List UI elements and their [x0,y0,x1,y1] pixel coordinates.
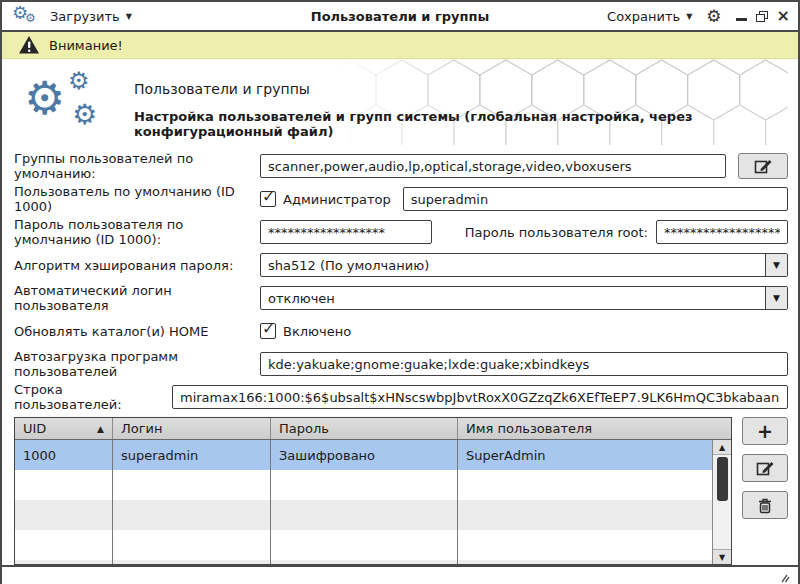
trash-icon [757,497,773,514]
autostart-label: Автозагрузка программ пользователей [14,349,260,379]
table-action-buttons: + [732,417,788,565]
scrollbar-thumb[interactable] [717,457,728,501]
settings-button[interactable]: ⚙ [706,8,721,25]
table-header: UID ▲ Логин Пароль Имя пользователя [15,418,731,440]
users-string-input[interactable] [172,385,788,409]
users-table-zone: UID ▲ Логин Пароль Имя пользователя [14,417,788,565]
admin-checkbox-label: Администратор [283,192,391,207]
gear-icon: ⚙ [72,101,97,129]
app-logo-gears-icon: ⚙ ⚙ ⚙ [24,73,120,135]
add-user-button[interactable]: + [742,417,788,445]
users-string-label: Строка пользователей: [14,382,172,412]
chevron-down-icon[interactable]: ▼ [765,254,787,276]
delete-user-button[interactable] [742,491,788,519]
hash-algorithm-label: Алгоритм хэширования пароля: [14,258,260,273]
cell-username: SuperAdmin [458,440,712,470]
gear-icon: ⚙ [24,75,65,121]
table-row-empty [15,560,712,565]
cell-login: superadmin [113,440,271,470]
table-row-selected[interactable]: 1000 superadmin Зашифровано SuperAdmin [15,440,712,470]
auto-login-label: Автоматический логин пользователя [14,283,260,313]
update-home-checkbox[interactable] [260,323,276,339]
autostart-input[interactable] [260,352,788,376]
gear-icon: ⚙ [25,12,36,24]
load-menu-button[interactable]: Загрузить ▼ [50,9,132,24]
status-bar [2,565,798,584]
auto-login-select[interactable]: отключен ▼ [260,286,788,310]
cell-password: Зашифровано [271,440,458,470]
default-user-label: Пользователь по умолчанию (ID 1000) [14,184,260,214]
plus-icon: + [757,420,773,442]
default-password-label: Пароль пользователя по умолчанию (ID 100… [14,217,260,247]
main-content: ⚙ ⚙ ⚙ Пользователи и группы Настройка по… [2,59,798,565]
chevron-down-icon: ▼ [686,12,692,21]
gear-icon: ⚙ [68,69,90,93]
edit-user-button[interactable] [742,454,788,482]
column-header-uid[interactable]: UID ▲ [15,418,113,439]
default-user-input[interactable] [403,187,788,211]
hash-algorithm-select[interactable]: sha512 (По умолчанию) ▼ [260,253,788,277]
scroll-down-icon: ▼ [719,553,725,562]
page-title: Пользователи и группы [134,81,788,97]
close-button[interactable]: × [777,9,790,23]
update-home-label: Обновлять каталог(и) HOME [14,324,260,339]
warning-icon [18,35,40,55]
update-home-checkbox-label: Включено [283,324,351,339]
table-body: 1000 superadmin Зашифровано SuperAdmin [15,440,712,564]
page-subtitle: Настройка пользователей и групп системы … [134,109,788,139]
edit-icon [754,158,773,174]
scroll-up-button[interactable]: ▲ [713,440,731,455]
minimize-icon [736,18,747,21]
close-icon: × [777,6,790,25]
warning-bar: Внимание! [2,32,798,59]
default-password-input[interactable] [260,220,432,244]
maximize-button[interactable] [756,11,768,22]
root-password-label: Пароль пользователя root: [432,225,656,240]
scroll-down-button[interactable]: ▼ [713,549,731,564]
app-logo-gears-icon: ⚙ ⚙ [12,4,40,28]
resize-grip[interactable] [775,571,790,583]
default-groups-label: Группы пользователей по умолчанию: [14,151,260,181]
hash-algorithm-value: sha512 (По умолчанию) [261,258,765,273]
scroll-up-icon: ▲ [719,443,725,452]
table-row-empty[interactable] [15,530,712,560]
load-menu-label: Загрузить [50,9,120,24]
vertical-scrollbar[interactable]: ▲ ▼ [712,440,731,564]
edit-icon [756,460,775,476]
app-window: ⚙ ⚙ Загрузить ▼ Пользователи и группы Со… [0,0,800,584]
gear-icon: ⚙ [706,6,721,26]
auto-login-value: отключен [261,291,765,306]
column-header-login[interactable]: Логин [113,418,271,439]
titlebar: ⚙ ⚙ Загрузить ▼ Пользователи и группы Со… [2,2,798,32]
admin-checkbox[interactable] [260,191,276,207]
minimize-button[interactable] [736,12,747,21]
save-menu-button[interactable]: Сохранить ▼ [607,9,692,24]
app-header: ⚙ ⚙ ⚙ Пользователи и группы Настройка по… [14,59,788,145]
sort-asc-icon: ▲ [97,424,104,434]
save-menu-label: Сохранить [607,9,680,24]
table-row-empty[interactable] [15,470,712,500]
column-header-password[interactable]: Пароль [271,418,458,439]
chevron-down-icon: ▼ [126,12,132,21]
root-password-input[interactable] [656,220,788,244]
default-groups-input[interactable] [260,154,726,178]
table-row-empty[interactable] [15,500,712,530]
users-table: UID ▲ Логин Пароль Имя пользователя [14,417,732,565]
warning-text: Внимание! [49,38,123,53]
column-header-username[interactable]: Имя пользователя [458,418,731,439]
chevron-down-icon[interactable]: ▼ [765,287,787,309]
cell-uid: 1000 [15,440,113,470]
edit-groups-button[interactable] [738,153,788,179]
